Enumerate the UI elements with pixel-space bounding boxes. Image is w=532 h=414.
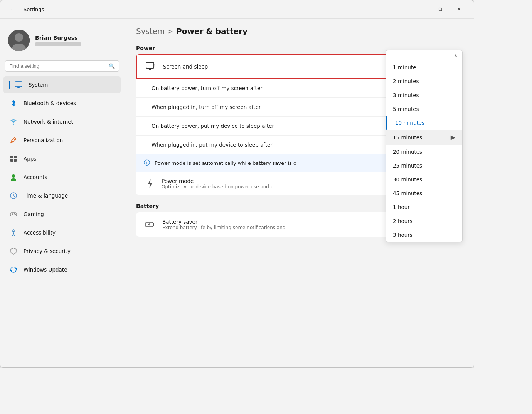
sidebar-item-accounts[interactable]: Accounts (3, 169, 121, 186)
sidebar-item-network-label: Network & internet (24, 119, 73, 125)
svg-point-12 (12, 174, 15, 178)
sidebar-item-bluetooth[interactable]: Bluetooth & devices (3, 95, 121, 112)
title-bar-left: ← Settings (7, 3, 44, 16)
search-box[interactable]: 🔍 (5, 60, 119, 72)
dropdown-item-2min[interactable]: 2 minutes (386, 74, 462, 88)
svg-rect-11 (14, 159, 17, 162)
wifi-icon (9, 117, 18, 126)
sidebar-item-privacy-label: Privacy & security (24, 248, 71, 254)
sidebar-item-apps-label: Apps (24, 156, 36, 162)
bluetooth-icon (9, 99, 18, 108)
update-icon (9, 265, 18, 274)
sidebar-item-apps[interactable]: Apps (3, 150, 121, 167)
chevron-up-icon[interactable]: ∧ (454, 53, 458, 59)
dropdown-item-15min[interactable]: 15 minutes ▶ (386, 130, 462, 145)
svg-rect-25 (146, 62, 154, 68)
info-icon: ⓘ (144, 159, 150, 167)
search-icon: 🔍 (109, 63, 115, 69)
svg-line-24 (13, 233, 15, 236)
svg-point-20 (13, 230, 14, 231)
user-email-bar (35, 42, 81, 46)
screen-sleep-icon (145, 60, 157, 73)
breadcrumb-parent: System (136, 27, 165, 36)
svg-line-23 (12, 233, 13, 236)
nav-accent-bar (9, 81, 10, 89)
sidebar-item-gaming[interactable]: Gaming (3, 206, 121, 223)
gaming-icon (9, 210, 18, 219)
battery-sleep-label: On battery power, put my device to sleep… (152, 123, 274, 129)
sidebar-item-accessibility[interactable]: Accessibility (3, 224, 121, 241)
search-input[interactable] (9, 63, 106, 69)
plugged-screen-off-label: When plugged in, turn off my screen afte… (152, 104, 261, 110)
info-text: Power mode is set automatically while ba… (155, 160, 296, 166)
sidebar-item-accounts-label: Accounts (24, 174, 47, 180)
avatar (8, 30, 30, 51)
apps-icon (9, 154, 18, 163)
close-button[interactable]: ✕ (450, 3, 468, 16)
power-mode-icon (144, 178, 156, 190)
sidebar-item-time[interactable]: Time & language (3, 187, 121, 204)
dropdown-item-25min[interactable]: 25 minutes (386, 159, 462, 173)
shield-icon (9, 246, 18, 256)
svg-point-19 (15, 214, 16, 215)
svg-line-7 (13, 139, 15, 140)
dropdown-collapse-btn[interactable]: ∧ (386, 50, 462, 60)
sidebar-item-update[interactable]: Windows Update (3, 261, 121, 278)
maximize-button[interactable]: ☐ (431, 3, 449, 16)
dropdown-item-3min[interactable]: 3 minutes (386, 88, 462, 102)
main-layout: Brian Burgess 🔍 System (0, 19, 474, 367)
back-button[interactable]: ← (7, 3, 19, 16)
sidebar-item-gaming-label: Gaming (24, 211, 44, 217)
svg-rect-10 (10, 159, 13, 162)
breadcrumb: System > Power & battery (136, 27, 461, 36)
svg-rect-29 (153, 223, 154, 226)
clock-icon (9, 191, 18, 200)
sidebar-item-privacy[interactable]: Privacy & security (3, 243, 121, 260)
svg-point-6 (13, 124, 14, 125)
dropdown-item-1hr[interactable]: 1 hour (386, 200, 462, 214)
sidebar-item-personalization[interactable]: Personalization (3, 132, 121, 149)
sidebar-item-bluetooth-label: Bluetooth & devices (24, 100, 76, 106)
sidebar-item-network[interactable]: Network & internet (3, 113, 121, 130)
dropdown-item-3hr[interactable]: 3 hours (386, 228, 462, 242)
battery-screen-off-label: On battery power, turn off my screen aft… (152, 85, 263, 91)
svg-point-13 (11, 178, 16, 181)
system-icon (14, 80, 23, 89)
svg-rect-3 (15, 82, 22, 87)
svg-point-18 (14, 213, 15, 214)
sidebar-item-system-label: System (29, 82, 48, 88)
sidebar-item-time-label: Time & language (24, 193, 68, 199)
svg-rect-8 (10, 156, 13, 158)
window-controls: — ☐ ✕ (413, 3, 468, 16)
user-name: Brian Burgess (35, 35, 81, 41)
minimize-button[interactable]: — (413, 3, 431, 16)
brush-icon (9, 136, 18, 145)
dropdown-item-5min[interactable]: 5 minutes (386, 102, 462, 116)
user-info: Brian Burgess (35, 35, 81, 46)
accessibility-icon (9, 228, 18, 237)
plugged-sleep-label: When plugged in, put my device to sleep … (152, 142, 273, 148)
cursor-icon: ▶ (451, 134, 455, 141)
sidebar-item-accessibility-label: Accessibility (24, 230, 56, 236)
title-bar-title: Settings (24, 7, 44, 12)
accounts-icon (9, 173, 18, 182)
dropdown-item-20min[interactable]: 20 minutes (386, 145, 462, 159)
avatar-image (8, 30, 30, 51)
breadcrumb-current: Power & battery (176, 27, 247, 36)
dropdown-item-45min[interactable]: 45 minutes (386, 186, 462, 200)
dropdown-item-1min[interactable]: 1 minute (386, 60, 462, 74)
dropdown-menu[interactable]: ∧ 1 minute 2 minutes 3 minutes 5 minutes… (386, 50, 463, 242)
breadcrumb-separator: > (168, 28, 173, 35)
svg-point-1 (15, 33, 23, 42)
svg-rect-9 (14, 156, 17, 158)
dropdown-item-10min[interactable]: 10 minutes (386, 116, 462, 130)
sidebar: Brian Burgess 🔍 System (0, 19, 124, 367)
user-section: Brian Burgess (3, 25, 121, 59)
title-bar: ← Settings — ☐ ✕ (0, 0, 474, 19)
sidebar-item-personalization-label: Personalization (24, 137, 63, 143)
dropdown-item-2hr[interactable]: 2 hours (386, 214, 462, 228)
dropdown-item-30min[interactable]: 30 minutes (386, 173, 462, 186)
battery-saver-icon (144, 218, 156, 231)
sidebar-item-system[interactable]: System (3, 76, 121, 93)
sidebar-item-update-label: Windows Update (24, 267, 67, 273)
